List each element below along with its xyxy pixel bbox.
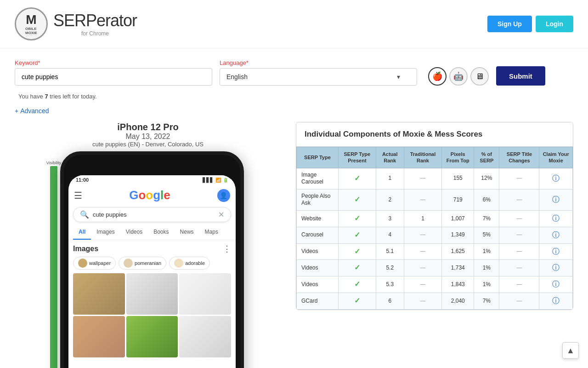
trad-rank-value: 1 <box>421 215 424 222</box>
question-icon[interactable]: ⓘ <box>552 196 560 203</box>
question-icon[interactable]: ⓘ <box>552 231 560 239</box>
title-changes-value: — <box>516 196 522 203</box>
th-pct-serp: % of SERP <box>474 147 499 168</box>
chip-adorable[interactable]: adorable <box>169 257 210 270</box>
trad-rank-value: — <box>420 281 425 288</box>
submit-button[interactable]: Submit <box>496 66 545 86</box>
phone-screen: 11:00 ▋▋▋ 📶 🔋 ☰ Google 👤 <box>68 175 236 368</box>
question-icon[interactable]: ⓘ <box>552 214 560 222</box>
td-actual-rank: 2 <box>376 189 404 210</box>
tab-images[interactable]: Images <box>91 225 120 240</box>
td-serp-type: Videos <box>297 243 339 260</box>
keyword-group: Keyword* <box>15 59 212 86</box>
header: M OBILEMOXIE SERPerator for Chrome Sign … <box>0 0 588 48</box>
desktop-device-button[interactable]: 🖥 <box>470 67 489 86</box>
td-pixels: 1,007 <box>442 210 474 227</box>
td-actual-rank: 5.3 <box>376 276 404 293</box>
image-cell-4 <box>73 316 125 357</box>
td-pixels: 1,349 <box>442 227 474 243</box>
td-moxie: ⓘ <box>539 293 573 309</box>
question-icon[interactable]: ⓘ <box>552 280 560 288</box>
tab-books[interactable]: Books <box>148 225 174 240</box>
images-more-icon[interactable]: ⋮ <box>223 244 231 254</box>
language-value: English <box>226 73 248 80</box>
tab-videos[interactable]: Videos <box>120 225 148 240</box>
td-pixels: 1,625 <box>442 243 474 260</box>
trad-rank-value: — <box>420 231 425 238</box>
phone-notch <box>124 161 180 172</box>
check-icon: ✓ <box>354 196 360 203</box>
phone-model: iPhone 12 Pro <box>15 122 281 132</box>
question-icon[interactable]: ⓘ <box>552 174 560 182</box>
td-actual-rank: 6 <box>376 293 404 309</box>
td-actual-rank: 4 <box>376 227 404 243</box>
scroll-top-button[interactable]: ▲ <box>562 342 579 359</box>
android-device-button[interactable]: 🤖 <box>449 67 468 86</box>
td-actual-rank: 5.1 <box>376 243 404 260</box>
td-trad-rank: 1 <box>404 210 442 227</box>
td-serp-type: Website <box>297 210 339 227</box>
tab-all[interactable]: All <box>73 225 91 240</box>
phone-search-icon: 🔍 <box>80 210 89 219</box>
td-title-changes: — <box>499 168 539 189</box>
td-title-changes: — <box>499 293 539 309</box>
google-avatar[interactable]: 👤 <box>217 189 230 202</box>
check-icon: ✓ <box>354 231 360 239</box>
tab-news[interactable]: News <box>175 225 199 240</box>
keyword-input[interactable] <box>15 68 212 86</box>
table-container: Individual Components of Moxie & Mess Sc… <box>296 122 573 310</box>
apple-icon: 🍎 <box>432 71 442 81</box>
td-moxie: ⓘ <box>539 210 573 227</box>
phone-search-text: cute puppies <box>93 211 215 218</box>
question-icon[interactable]: ⓘ <box>552 297 560 305</box>
tab-maps[interactable]: Maps <box>199 225 224 240</box>
td-moxie: ⓘ <box>539 168 573 189</box>
table-header-row: SERP Type SERP Type Present Actual Rank … <box>297 147 573 168</box>
google-menu-icon[interactable]: ☰ <box>74 190 82 201</box>
phone-search-close-icon[interactable]: ✕ <box>218 210 224 219</box>
chip-thumb-adorable <box>174 259 183 268</box>
table-body: Image Carousel ✓ 1 — 155 12% — ⓘ People … <box>297 168 573 309</box>
android-icon: 🤖 <box>453 71 464 81</box>
td-trad-rank: — <box>404 168 442 189</box>
advanced-link[interactable]: + Advanced <box>15 107 49 115</box>
scroll-top-icon: ▲ <box>566 346 575 356</box>
td-present: ✓ <box>338 260 376 276</box>
image-cell-3 <box>179 273 231 315</box>
th-serp-type: SERP Type <box>297 147 339 168</box>
td-pixels: 1,734 <box>442 260 474 276</box>
td-moxie: ⓘ <box>539 260 573 276</box>
th-claim-moxie: Claim Your Moxie <box>539 147 573 168</box>
td-trad-rank: — <box>404 227 442 243</box>
th-traditional-rank: Traditional Rank <box>404 147 442 168</box>
advanced-row: + Advanced <box>0 104 588 122</box>
keyword-label: Keyword* <box>15 59 212 66</box>
apple-device-button[interactable]: 🍎 <box>428 67 447 86</box>
phone-query: cute puppies (EN) - Denver, Colorado, US <box>15 141 281 148</box>
language-select[interactable]: English ▾ <box>220 68 417 86</box>
chip-wallpaper[interactable]: wallpaper <box>73 257 116 270</box>
td-trad-rank: — <box>404 243 442 260</box>
td-pct: 6% <box>474 189 499 210</box>
td-title-changes: — <box>499 189 539 210</box>
phone-date: May 13, 2022 <box>15 132 281 141</box>
image-cell-5 <box>126 316 178 357</box>
desktop-icon: 🖥 <box>475 72 484 81</box>
chip-pomeranian[interactable]: pomeranian <box>119 257 166 270</box>
title-changes-value: — <box>516 264 522 271</box>
trad-rank-value: — <box>420 175 425 181</box>
chip-label-adorable: adorable <box>185 260 205 266</box>
td-title-changes: — <box>499 243 539 260</box>
login-button[interactable]: Login <box>536 16 573 32</box>
td-pixels: 1,843 <box>442 276 474 293</box>
trad-rank-value: — <box>420 264 425 271</box>
question-icon[interactable]: ⓘ <box>552 264 560 271</box>
signup-button[interactable]: Sign Up <box>487 16 532 32</box>
question-icon[interactable]: ⓘ <box>552 247 560 255</box>
td-actual-rank: 5.2 <box>376 260 404 276</box>
chip-label-wallpaper: wallpaper <box>89 260 111 266</box>
app-subtitle: for Chrome <box>53 30 137 37</box>
check-icon: ✓ <box>354 214 360 222</box>
td-present: ✓ <box>338 189 376 210</box>
td-pct: 1% <box>474 260 499 276</box>
